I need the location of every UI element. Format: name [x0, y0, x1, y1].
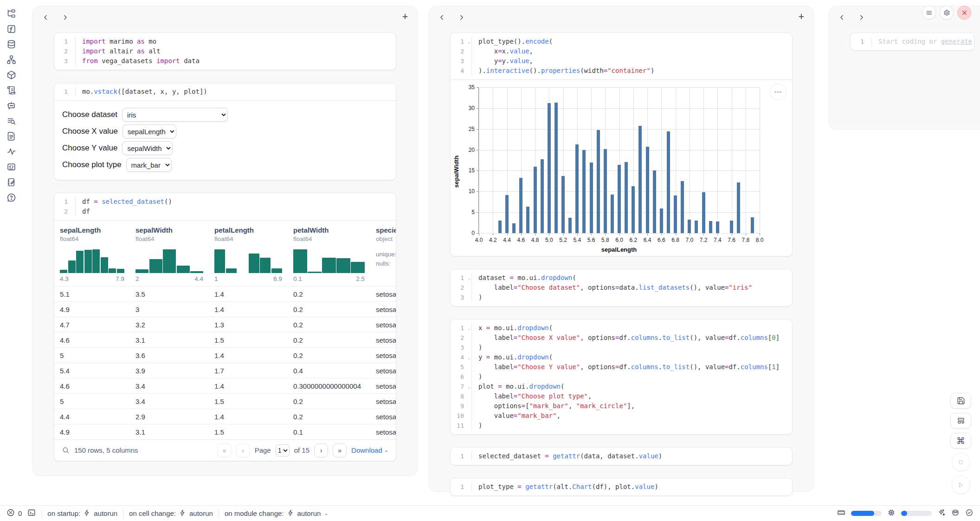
on-cell-change-setting[interactable]: on cell change: autorun — [129, 509, 213, 518]
download-link[interactable]: Download⌄ — [351, 446, 388, 454]
chart-bar — [681, 181, 684, 233]
histogram-min-label: 0.1 — [293, 275, 302, 282]
chart-bar — [611, 195, 614, 233]
histogram-bar — [322, 258, 336, 273]
on-startup-setting[interactable]: on startup: autorun — [47, 509, 117, 518]
stop-button[interactable] — [952, 453, 970, 471]
search-icon[interactable] — [5, 115, 18, 127]
dropdown-select[interactable]: sepalLength — [122, 124, 176, 138]
chart-actions-button[interactable]: ••• — [770, 84, 787, 100]
histogram-bar — [260, 258, 271, 273]
on-cell-change-value: autorun — [189, 509, 213, 517]
menu-button[interactable] — [922, 6, 936, 20]
x-tick-label: 7.4 — [709, 237, 725, 243]
add-cell-button[interactable]: + — [399, 10, 412, 23]
cpu-usage-meter[interactable] — [901, 511, 932, 516]
y-tick-label: 25 — [461, 126, 475, 132]
first-page-button[interactable]: « — [218, 443, 232, 457]
code-editor[interactable]: 1mo.vstack([dataset, x, y, plot]) — [54, 83, 396, 100]
dropdown-label: Choose dataset — [62, 110, 117, 119]
scratchpad-icon[interactable] — [5, 176, 18, 189]
line-number: 3 — [451, 293, 472, 302]
fold-chevron-icon[interactable]: ⌄ — [468, 324, 471, 333]
documentation-icon[interactable] — [5, 130, 18, 143]
page-select[interactable]: 1 — [276, 444, 290, 456]
copilot-icon[interactable] — [951, 508, 960, 518]
cell-imports: 1import marimo as mo2import altair as al… — [54, 33, 396, 70]
last-page-button[interactable]: » — [333, 443, 347, 457]
column-next-button[interactable] — [455, 11, 467, 23]
line-number: 1⌄ — [451, 273, 472, 283]
ram-usage-meter[interactable] — [851, 511, 882, 516]
add-cell-button[interactable]: + — [795, 10, 808, 23]
table-column-header[interactable]: sepalWidthfloat6424.4 — [130, 226, 209, 282]
table-cell: 3.4 — [130, 382, 209, 390]
packages-icon[interactable] — [5, 69, 18, 81]
table-cell: setosa — [370, 290, 396, 298]
functions-icon[interactable] — [5, 23, 18, 35]
marimo-app: + 1import marimo as mo2import altair as … — [0, 0, 980, 521]
dropdown-control-row: Choose plot typemark_bar — [62, 156, 396, 173]
dropdown-select[interactable]: sepalWidth — [122, 141, 173, 155]
code-editor[interactable]: 1plot_type = getattr(alt.Chart(df), plot… — [451, 478, 792, 495]
code-editor[interactable]: 1df = selected_dataset()2df — [54, 193, 396, 220]
y-tick-label: 30 — [461, 105, 475, 111]
ai-sparkles-icon[interactable] — [937, 508, 946, 518]
table-column-header[interactable]: petalLengthfloat6416.9 — [209, 226, 288, 282]
line-number: 3 — [451, 343, 472, 352]
code-editor-empty[interactable]: 1Start coding or generate with AI — [851, 33, 974, 50]
column-next-button[interactable] — [59, 11, 71, 23]
logs-icon[interactable] — [5, 84, 18, 97]
fold-chevron-icon[interactable]: ⌄ — [468, 274, 471, 283]
file-explorer-icon[interactable] — [5, 7, 18, 20]
fold-chevron-icon[interactable]: ⌄ — [468, 37, 471, 47]
table-cell: 4.7 — [54, 321, 130, 329]
code-line: 3) — [451, 343, 792, 352]
close-button[interactable] — [957, 6, 971, 20]
table-cell: 0.2 — [288, 413, 370, 421]
dropdown-select[interactable]: iris — [122, 108, 228, 122]
chart-output[interactable]: 4.04.24.44.64.85.05.25.45.65.86.06.26.46… — [451, 79, 792, 256]
table-cell: setosa — [370, 306, 396, 313]
settings-gear-button[interactable] — [940, 6, 954, 20]
snippets-icon[interactable] — [5, 161, 18, 173]
divider — [123, 509, 123, 518]
column-prev-button[interactable] — [436, 11, 448, 23]
chart-bar — [568, 218, 572, 233]
table-column-header[interactable]: sepalLengthfloat644.37.9 — [54, 226, 130, 282]
data-sources-icon[interactable] — [5, 38, 18, 51]
save-button[interactable] — [950, 393, 971, 409]
column-prev-button[interactable] — [39, 11, 52, 23]
code-editor[interactable]: 1⌄dataset = mo.ui.dropdown(2 label="Choo… — [451, 269, 792, 306]
table-column-header[interactable]: speciesobjectunique:nulls: — [370, 226, 396, 282]
help-icon[interactable] — [5, 191, 18, 204]
on-module-change-setting[interactable]: on module change: autorun ⌄ — [225, 509, 329, 518]
chart-plot-area[interactable]: 4.04.24.44.64.85.05.25.45.65.86.06.26.46… — [478, 87, 760, 234]
connection-status-icon[interactable] — [965, 508, 974, 518]
table-search-icon[interactable] — [62, 446, 70, 454]
prev-page-button[interactable]: ‹ — [236, 443, 250, 457]
terminal-toggle[interactable] — [27, 508, 36, 518]
code-editor[interactable]: 1⌄plot_type().encode(2 x=x.value,3 y=y.v… — [451, 33, 792, 79]
code-editor[interactable]: 1⌄x = mo.ui.dropdown(2 label="Choose X v… — [451, 319, 792, 434]
line-number: 1 — [54, 197, 76, 207]
code-editor[interactable]: 1import marimo as mo2import altair as al… — [54, 33, 396, 70]
tracing-icon[interactable] — [5, 145, 18, 158]
chevron-down-icon: ⌄ — [324, 510, 328, 516]
table-column-header[interactable]: petalWidthfloat640.12.5 — [288, 226, 370, 282]
dropdown-select[interactable]: mark_bar — [126, 158, 172, 172]
next-page-button[interactable]: › — [314, 443, 328, 457]
column-prev-button[interactable] — [836, 11, 848, 23]
chat-icon[interactable] — [5, 99, 18, 112]
error-count-indicator[interactable]: 0 — [6, 508, 22, 518]
run-button[interactable] — [952, 475, 970, 494]
column-next-button[interactable] — [855, 11, 867, 23]
fold-chevron-icon[interactable]: ⌄ — [468, 353, 471, 363]
code-editor[interactable]: 1selected_dataset = getattr(data, datase… — [451, 448, 792, 465]
chart-bar — [554, 103, 558, 233]
dependency-graph-icon[interactable] — [5, 53, 18, 66]
line-number: 10 — [451, 411, 472, 421]
layout-button[interactable] — [950, 413, 971, 429]
command-palette-button[interactable]: ⌘ — [950, 433, 971, 449]
fold-chevron-icon[interactable]: ⌄ — [468, 382, 471, 392]
